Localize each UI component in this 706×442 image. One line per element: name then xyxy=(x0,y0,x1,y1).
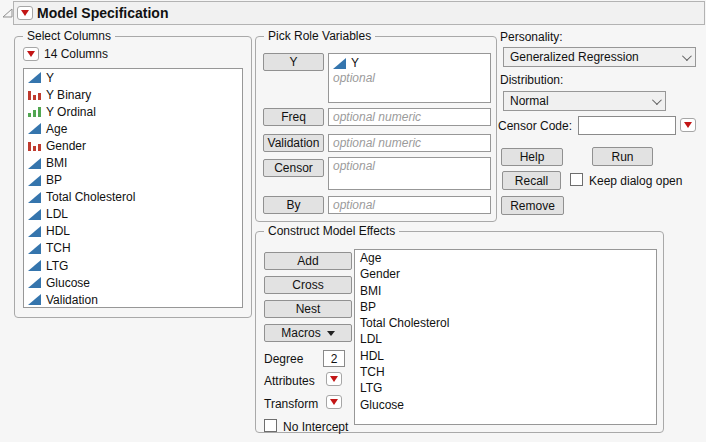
effect-item[interactable]: BP xyxy=(355,299,656,315)
censor-code-input[interactable] xyxy=(578,116,676,135)
model-specification-dialog: Model Specification Select Columns 14 Co… xyxy=(0,0,706,442)
effect-item[interactable]: LTG xyxy=(355,380,656,396)
model-effects-list[interactable]: AgeGenderBMIBPTotal CholesterolLDLHDLTCH… xyxy=(354,249,657,425)
column-item[interactable]: LDL xyxy=(24,206,242,223)
continuous-column-icon xyxy=(28,209,41,220)
effect-item[interactable]: LDL xyxy=(355,331,656,347)
freq-role-button[interactable]: Freq xyxy=(263,108,324,126)
outline-header: Model Specification xyxy=(13,1,705,25)
effect-item[interactable]: Gender xyxy=(355,266,656,282)
degree-input[interactable]: 2 xyxy=(323,350,345,367)
censor-code-menu-button[interactable] xyxy=(680,118,696,132)
column-label: Y Binary xyxy=(46,88,91,102)
attributes-label: Attributes xyxy=(264,374,315,388)
column-item[interactable]: Y Ordinal xyxy=(24,103,242,120)
column-item[interactable]: LTG xyxy=(24,257,242,274)
model-effects-legend: Construct Model Effects xyxy=(264,224,399,238)
column-label: Age xyxy=(46,122,67,136)
select-columns-legend: Select Columns xyxy=(23,29,115,43)
column-item[interactable]: HDL xyxy=(24,223,242,240)
personality-value: Generalized Regression xyxy=(510,50,639,64)
column-item[interactable]: Age xyxy=(24,120,242,137)
disclosure-triangle-icon[interactable] xyxy=(2,7,13,21)
degree-label: Degree xyxy=(264,352,303,366)
column-label: HDL xyxy=(46,224,70,238)
distribution-label: Distribution: xyxy=(500,73,563,87)
validation-optional-placeholder: optional numeric xyxy=(333,136,486,151)
column-item[interactable]: Gender xyxy=(24,137,242,154)
column-label: Glucose xyxy=(46,276,90,290)
freq-role-box[interactable]: optional numeric xyxy=(328,108,491,126)
remove-button[interactable]: Remove xyxy=(501,196,564,215)
y-variable-chip[interactable]: Y xyxy=(333,55,486,71)
censor-role-box[interactable]: optional xyxy=(328,157,491,190)
by-role-button[interactable]: By xyxy=(263,196,324,214)
column-label: TCH xyxy=(46,241,71,255)
column-item[interactable]: BP xyxy=(24,172,242,189)
run-button[interactable]: Run xyxy=(592,147,653,166)
personality-select[interactable]: Generalized Regression xyxy=(503,47,696,67)
add-button[interactable]: Add xyxy=(264,252,352,270)
attributes-menu-button[interactable] xyxy=(326,372,342,386)
effect-item[interactable]: TCH xyxy=(355,364,656,380)
freq-optional-placeholder: optional numeric xyxy=(333,110,486,125)
construct-model-effects-panel: Construct Model Effects Add Cross Nest M… xyxy=(255,231,664,433)
transform-label: Transform xyxy=(264,397,318,411)
keep-dialog-open-label: Keep dialog open xyxy=(589,174,682,188)
pick-roles-legend: Pick Role Variables xyxy=(264,29,375,43)
y-role-box[interactable]: Y optional xyxy=(328,53,491,103)
keep-dialog-open-checkbox[interactable] xyxy=(570,173,583,186)
column-item[interactable]: BMI xyxy=(24,154,242,171)
nest-button[interactable]: Nest xyxy=(264,300,352,318)
help-button[interactable]: Help xyxy=(501,148,563,166)
select-columns-list[interactable]: YY BinaryY OrdinalAgeGenderBMIBPTotal Ch… xyxy=(23,68,243,308)
macros-dropdown-icon xyxy=(327,331,335,336)
no-intercept-label: No Intercept xyxy=(283,420,348,434)
continuous-column-icon xyxy=(28,72,41,83)
column-item[interactable]: Validation xyxy=(24,291,242,308)
ordinal-column-icon xyxy=(28,106,41,117)
validation-role-button[interactable]: Validation xyxy=(263,134,324,152)
continuous-column-icon xyxy=(333,58,346,69)
recall-button[interactable]: Recall xyxy=(502,171,561,190)
column-item[interactable]: Total Cholesterol xyxy=(24,189,242,206)
effect-item[interactable]: BMI xyxy=(355,283,656,299)
no-intercept-checkbox[interactable] xyxy=(264,419,277,432)
column-item[interactable]: Y Binary xyxy=(24,86,242,103)
y-variable-label: Y xyxy=(351,56,359,70)
by-optional-placeholder: optional xyxy=(333,198,486,213)
column-label: Total Cholesterol xyxy=(46,190,135,204)
transform-menu-button[interactable] xyxy=(326,395,342,409)
pick-role-variables-panel: Pick Role Variables Y Y optional Freq op… xyxy=(255,36,497,222)
continuous-column-icon xyxy=(28,175,41,186)
distribution-select[interactable]: Normal xyxy=(503,91,666,111)
continuous-column-icon xyxy=(28,158,41,169)
column-label: Y Ordinal xyxy=(46,105,96,119)
y-role-button[interactable]: Y xyxy=(263,53,324,71)
column-item[interactable]: Y xyxy=(24,69,242,86)
column-label: BMI xyxy=(46,156,67,170)
personality-label: Personality: xyxy=(500,30,563,44)
columns-count-label: 14 Columns xyxy=(44,47,108,61)
column-item[interactable]: Glucose xyxy=(24,274,242,291)
effect-item[interactable]: HDL xyxy=(355,348,656,364)
effect-item[interactable]: Age xyxy=(355,250,656,266)
effect-item[interactable]: Glucose xyxy=(355,397,656,413)
effect-item[interactable]: Total Cholesterol xyxy=(355,315,656,331)
column-label: LDL xyxy=(46,207,68,221)
red-triangle-menu-button[interactable] xyxy=(17,6,33,20)
column-item[interactable]: TCH xyxy=(24,240,242,257)
validation-role-box[interactable]: optional numeric xyxy=(328,134,491,152)
macros-button[interactable]: Macros xyxy=(264,324,352,342)
cross-button[interactable]: Cross xyxy=(264,276,352,294)
by-role-box[interactable]: optional xyxy=(328,196,491,214)
censor-role-button[interactable]: Censor xyxy=(263,159,324,177)
continuous-column-icon xyxy=(28,226,41,237)
chevron-down-icon xyxy=(682,51,692,61)
continuous-column-icon xyxy=(28,123,41,134)
distribution-value: Normal xyxy=(510,94,549,108)
columns-filter-menu-button[interactable] xyxy=(23,47,39,61)
continuous-column-icon xyxy=(28,192,41,203)
nominal-column-icon xyxy=(28,89,41,100)
column-label: Gender xyxy=(46,139,86,153)
